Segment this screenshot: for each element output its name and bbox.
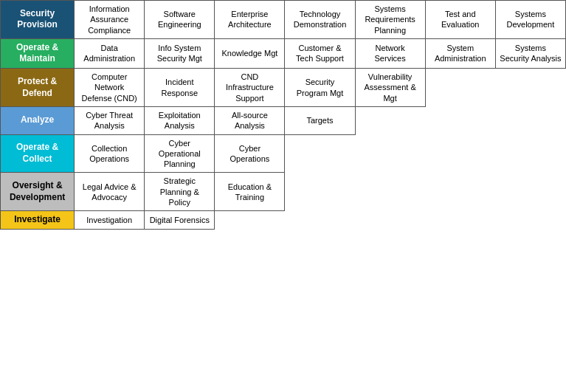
category-investigate: Investigate: [1, 211, 75, 230]
main-grid: Security ProvisionInformation Assurance …: [0, 0, 566, 230]
empty-cell: [285, 173, 355, 211]
item-investigate-1: Digital Forensics: [145, 211, 215, 230]
empty-cell: [425, 69, 495, 107]
empty-cell: [285, 211, 355, 230]
row-operate-collect: Operate & CollectCollection OperationsCy…: [1, 134, 566, 173]
empty-cell: [425, 134, 495, 173]
empty-cell: [495, 134, 565, 173]
item-operate-maintain-4: Network Services: [355, 38, 425, 68]
item-oversight-development-1: Strategic Planning & Policy: [145, 173, 215, 211]
item-protect-defend-1: Incident Response: [145, 69, 215, 107]
item-security-provision-1: Software Engineering: [145, 1, 215, 39]
item-analyze-1: Exploitation Analysis: [145, 106, 215, 134]
item-security-provision-0: Information Assurance Compliance: [75, 1, 145, 39]
item-operate-maintain-6: Systems Security Analysis: [495, 38, 565, 68]
item-operate-collect-0: Collection Operations: [75, 134, 145, 173]
empty-cell: [355, 211, 425, 230]
empty-cell: [355, 134, 425, 173]
item-analyze-3: Targets: [285, 106, 355, 134]
empty-cell: [495, 69, 565, 107]
item-security-provision-3: Technology Demonstration: [285, 1, 355, 39]
row-oversight-development: Oversight & DevelopmentLegal Advice & Ad…: [1, 173, 566, 211]
category-analyze: Analyze: [1, 106, 75, 134]
category-operate-collect: Operate & Collect: [1, 134, 75, 173]
item-investigate-0: Investigation: [75, 211, 145, 230]
item-protect-defend-0: Computer Network Defense (CND): [75, 69, 145, 107]
category-operate-maintain: Operate & Maintain: [1, 38, 75, 68]
empty-cell: [355, 106, 425, 134]
item-operate-maintain-3: Customer & Tech Support: [285, 38, 355, 68]
item-security-provision-2: Enterprise Architecture: [215, 1, 285, 39]
empty-cell: [285, 134, 355, 173]
row-security-provision: Security ProvisionInformation Assurance …: [1, 1, 566, 39]
row-protect-defend: Protect & DefendComputer Network Defense…: [1, 69, 566, 107]
category-security-provision: Security Provision: [1, 1, 75, 39]
item-analyze-0: Cyber Threat Analysis: [75, 106, 145, 134]
item-operate-collect-1: Cyber Operational Planning: [145, 134, 215, 173]
item-protect-defend-4: Vulnerability Assessment & Mgt: [355, 69, 425, 107]
empty-cell: [495, 211, 565, 230]
item-operate-maintain-2: Knowledge Mgt: [215, 38, 285, 68]
item-security-provision-4: Systems Requirements Planning: [355, 1, 425, 39]
item-oversight-development-2: Education & Training: [215, 173, 285, 211]
item-protect-defend-3: Security Program Mgt: [285, 69, 355, 107]
item-operate-maintain-5: System Administration: [425, 38, 495, 68]
row-investigate: InvestigateInvestigationDigital Forensic…: [1, 211, 566, 230]
item-operate-collect-2: Cyber Operations: [215, 134, 285, 173]
item-security-provision-6: Systems Development: [495, 1, 565, 39]
item-protect-defend-2: CND Infrastructure Support: [215, 69, 285, 107]
empty-cell: [425, 106, 495, 134]
item-analyze-2: All-source Analysis: [215, 106, 285, 134]
category-protect-defend: Protect & Defend: [1, 69, 75, 107]
row-analyze: AnalyzeCyber Threat AnalysisExploitation…: [1, 106, 566, 134]
empty-cell: [495, 173, 565, 211]
item-security-provision-5: Test and Evaluation: [425, 1, 495, 39]
row-operate-maintain: Operate & MaintainData AdministrationInf…: [1, 38, 566, 68]
item-operate-maintain-0: Data Administration: [75, 38, 145, 68]
item-oversight-development-0: Legal Advice & Advocacy: [75, 173, 145, 211]
empty-cell: [425, 173, 495, 211]
item-operate-maintain-1: Info System Security Mgt: [145, 38, 215, 68]
empty-cell: [495, 106, 565, 134]
empty-cell: [215, 211, 285, 230]
empty-cell: [425, 211, 495, 230]
empty-cell: [355, 173, 425, 211]
category-oversight-development: Oversight & Development: [1, 173, 75, 211]
